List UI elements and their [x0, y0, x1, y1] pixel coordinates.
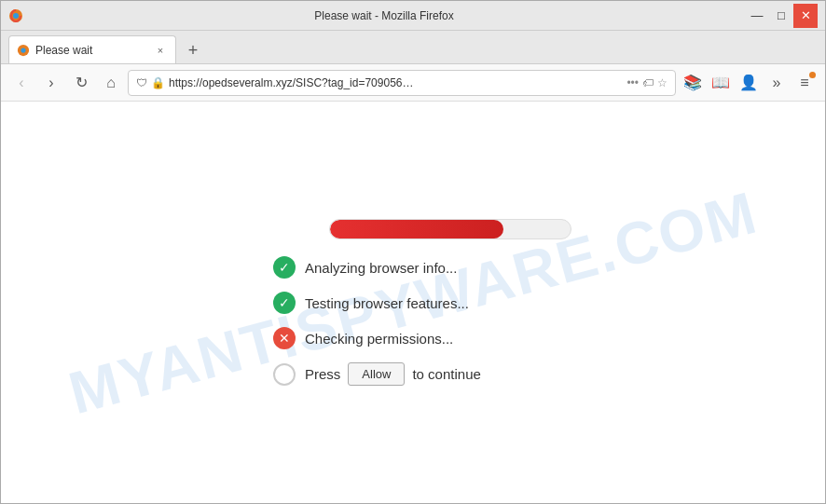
pocket-icon[interactable]: 🏷 — [642, 76, 654, 89]
address-bar[interactable]: 🛡 🔒 https://opedseveralm.xyz/SISC?tag_id… — [128, 70, 676, 96]
tabbar: Please wait × + — [1, 31, 825, 64]
to-continue-label: to continue — [412, 366, 480, 382]
titlebar-controls: — □ ✕ — [745, 4, 818, 28]
check-icon-testing: ✓ — [273, 292, 296, 314]
svg-point-1 — [13, 13, 19, 19]
security-shield-icon: 🛡 — [136, 76, 147, 89]
back-button[interactable]: ‹ — [8, 70, 34, 96]
press-allow-row: Press Allow to continue — [273, 362, 481, 386]
svg-point-3 — [21, 48, 25, 52]
browser-window: Please wait - Mozilla Firefox — □ ✕ Plea… — [0, 0, 826, 504]
error-icon-permissions: ✕ — [273, 327, 296, 349]
status-item-analyzing: ✓ Analyzing browser info... — [273, 256, 481, 279]
url-text: https://opedseveralm.xyz/SISC?tag_id=709… — [169, 76, 623, 89]
bookmark-icon[interactable]: ☆ — [657, 76, 668, 89]
main-panel: ✓ Analyzing browser info... ✓ Testing br… — [273, 219, 571, 386]
library-button[interactable]: 📚 — [680, 70, 706, 96]
menu-icon: ≡ — [800, 75, 808, 91]
forward-button[interactable]: › — [38, 70, 64, 96]
titlebar-title: Please wait - Mozilla Firefox — [23, 9, 745, 22]
more-options-icon[interactable]: ••• — [626, 76, 639, 89]
press-label: Press — [305, 366, 340, 382]
tab-favicon-icon — [17, 44, 30, 57]
extensions-button[interactable]: » — [764, 70, 790, 96]
toolbar: ‹ › ↻ ⌂ 🛡 🔒 https://opedseveralm.xyz/SIS… — [1, 64, 825, 102]
toolbar-right: 📚 📖 👤 » ≡ — [680, 70, 818, 96]
new-tab-button[interactable]: + — [180, 37, 206, 63]
notification-badge — [809, 72, 816, 78]
progress-bar-container — [329, 219, 571, 239]
press-allow-content: Press Allow to continue — [305, 362, 481, 386]
address-bar-actions: ••• 🏷 ☆ — [626, 76, 668, 89]
empty-circle-icon — [273, 363, 296, 386]
browser-tab[interactable]: Please wait × — [8, 35, 176, 63]
check-icon-analyzing: ✓ — [273, 256, 296, 279]
status-text-permissions: Checking permissions... — [305, 331, 453, 347]
allow-button[interactable]: Allow — [348, 362, 405, 386]
lock-icon: 🔒 — [151, 76, 165, 89]
tab-title: Please wait — [35, 44, 147, 57]
firefox-logo-icon — [8, 8, 23, 23]
titlebar: Please wait - Mozilla Firefox — □ ✕ — [1, 1, 825, 31]
progress-bar-fill — [330, 220, 503, 238]
sync-button[interactable]: 👤 — [736, 70, 762, 96]
status-item-testing: ✓ Testing browser features... — [273, 292, 481, 314]
status-text-testing: Testing browser features... — [305, 295, 469, 311]
titlebar-left — [8, 8, 23, 23]
home-button[interactable]: ⌂ — [98, 70, 124, 96]
tab-close-button[interactable]: × — [153, 43, 168, 58]
maximize-button[interactable]: □ — [769, 4, 793, 28]
status-item-permissions: ✕ Checking permissions... — [273, 327, 481, 349]
reader-view-button[interactable]: 📖 — [708, 70, 734, 96]
status-list: ✓ Analyzing browser info... ✓ Testing br… — [273, 256, 481, 386]
status-text-analyzing: Analyzing browser info... — [305, 260, 457, 276]
minimize-button[interactable]: — — [745, 4, 769, 28]
page-content: MYANTISPYWARE.COM ✓ Analyzing browser in… — [1, 102, 825, 503]
menu-button[interactable]: ≡ — [792, 70, 818, 96]
refresh-button[interactable]: ↻ — [68, 70, 94, 96]
close-button[interactable]: ✕ — [793, 4, 818, 28]
